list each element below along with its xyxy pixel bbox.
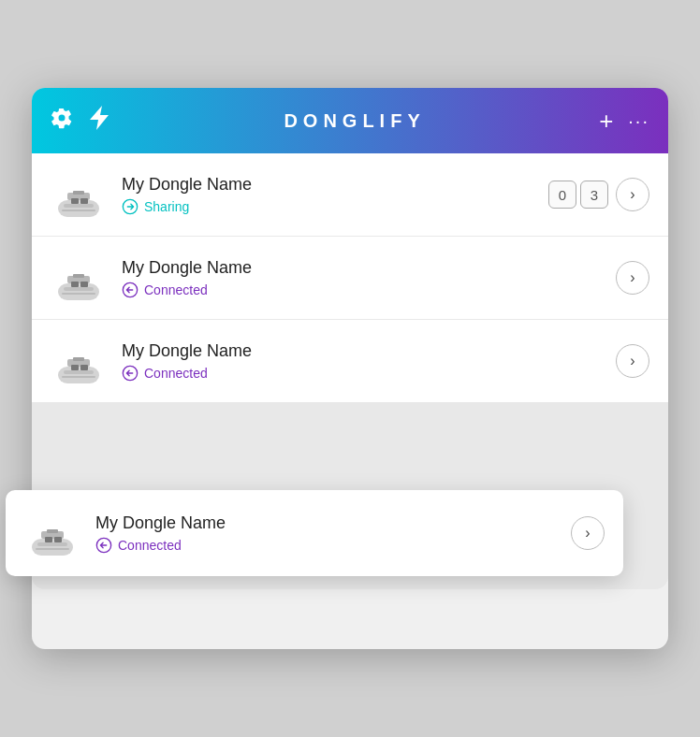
- dongle-item-4-floating: My Dongle Name Connected ›: [6, 490, 623, 576]
- dongle-status-label-3: Connected: [144, 366, 208, 381]
- svg-rect-4: [71, 198, 79, 204]
- svg-rect-12: [71, 282, 79, 287]
- dongle-item-2: My Dongle Name Connected ›: [32, 237, 668, 320]
- svg-rect-30: [36, 548, 69, 550]
- svg-rect-9: [73, 274, 84, 278]
- counter-left-1: 0: [548, 181, 576, 209]
- svg-rect-25: [47, 529, 58, 533]
- svg-rect-17: [73, 357, 84, 361]
- dongle-status-label-4: Connected: [118, 538, 182, 553]
- bolt-icon[interactable]: [90, 106, 110, 136]
- dongle-info-2: My Dongle Name Connected: [122, 258, 601, 298]
- header-left: [51, 106, 110, 136]
- svg-rect-20: [71, 365, 79, 370]
- svg-rect-27: [37, 542, 67, 546]
- detail-btn-4[interactable]: ›: [571, 516, 605, 550]
- dongle-status-2: Connected: [122, 282, 601, 298]
- dongle-icon-1: [51, 166, 107, 223]
- dongle-name-2: My Dongle Name: [122, 258, 601, 278]
- dongle-list: My Dongle Name Sharing 0 3 ›: [32, 153, 668, 402]
- svg-rect-11: [64, 287, 94, 291]
- svg-rect-29: [54, 537, 62, 542]
- dongle-controls-2: ›: [616, 261, 649, 295]
- dongle-name-3: My Dongle Name: [122, 341, 601, 361]
- dongle-status-3: Connected: [122, 365, 601, 382]
- svg-rect-19: [64, 370, 94, 374]
- dongle-status-1: Sharing: [122, 198, 533, 215]
- settings-icon[interactable]: [51, 107, 73, 135]
- svg-rect-6: [62, 210, 95, 211]
- svg-rect-22: [62, 376, 95, 378]
- dongle-info-3: My Dongle Name Connected: [122, 341, 601, 382]
- dongle-info-4: My Dongle Name Connected: [95, 513, 556, 554]
- dongle-name-1: My Dongle Name: [122, 175, 533, 195]
- app-window: DONGLIFY + ··· My Dongle Name: [32, 88, 668, 649]
- connected-status-icon-4: [95, 537, 112, 554]
- connected-status-icon-2: [122, 282, 139, 298]
- detail-btn-3[interactable]: ›: [616, 344, 649, 378]
- svg-rect-5: [80, 198, 88, 204]
- dongle-controls-4: ›: [571, 516, 605, 550]
- svg-rect-28: [45, 537, 52, 542]
- header-right: + ···: [599, 107, 649, 136]
- dongle-icon-4: [24, 505, 80, 561]
- connected-status-icon-3: [122, 365, 139, 382]
- counter-right-1: 3: [580, 181, 608, 209]
- dongle-controls-1: 0 3 ›: [548, 178, 649, 211]
- app-title: DONGLIFY: [284, 110, 425, 132]
- dongle-item-3: My Dongle Name Connected ›: [32, 320, 668, 402]
- dongle-name-4: My Dongle Name: [95, 513, 556, 533]
- dongle-icon-3: [51, 333, 107, 389]
- dongle-icon-2: [51, 250, 107, 306]
- dongle-status-4: Connected: [95, 537, 556, 554]
- add-icon[interactable]: +: [599, 107, 613, 136]
- counter-box-1: 0 3: [548, 181, 608, 209]
- detail-btn-2[interactable]: ›: [616, 261, 649, 295]
- svg-rect-21: [80, 365, 88, 370]
- dongle-status-label-1: Sharing: [144, 199, 189, 214]
- svg-rect-14: [62, 293, 95, 295]
- dongle-item-1: My Dongle Name Sharing 0 3 ›: [32, 153, 668, 237]
- detail-btn-1[interactable]: ›: [616, 178, 649, 211]
- svg-rect-13: [80, 282, 88, 287]
- dongle-info-1: My Dongle Name Sharing: [122, 175, 533, 215]
- header: DONGLIFY + ···: [32, 88, 668, 153]
- svg-rect-1: [73, 191, 84, 195]
- more-icon[interactable]: ···: [628, 110, 649, 132]
- dongle-status-label-2: Connected: [144, 282, 208, 297]
- sharing-status-icon: [122, 198, 139, 215]
- dongle-controls-3: ›: [616, 344, 649, 378]
- svg-rect-3: [64, 204, 94, 208]
